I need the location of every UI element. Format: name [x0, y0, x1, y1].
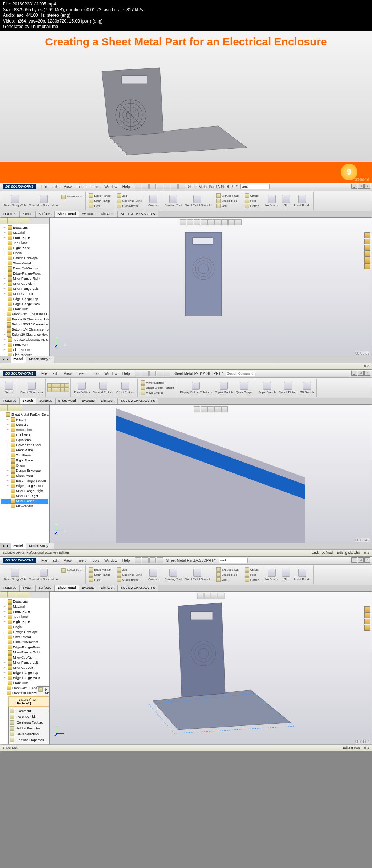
sheet-gusset-button[interactable]: Sheet Metal Gusset [183, 194, 211, 208]
qat-save-icon[interactable] [149, 371, 156, 376]
feature-context-menu[interactable]: Feature (Flat-Pattern2) Comment▸Parent/C… [8, 696, 50, 744]
search-input[interactable] [226, 371, 255, 376]
cmdtab-solidworks-add-ins[interactable]: SOLIDWORKS Add-Ins [118, 398, 158, 404]
cmdtab-features[interactable]: Features [0, 398, 20, 404]
zoom-fit-icon[interactable] [197, 593, 204, 599]
simple-hole-button[interactable]: Simple Hole [215, 572, 240, 577]
repair-sketch-button[interactable]: Repair Sketch [213, 381, 234, 395]
qat-open-icon[interactable] [142, 184, 149, 189]
cmdtab-surfaces[interactable]: Surfaces [36, 585, 55, 591]
point-icon[interactable] [65, 388, 69, 392]
text-icon[interactable] [60, 388, 65, 392]
tree-tabs[interactable] [0, 405, 49, 411]
feature-tree-3[interactable]: +Equations+Material +Front Plane+Top Pla… [0, 592, 50, 744]
ctx-feature-properties---[interactable]: Feature Properties... [9, 737, 50, 743]
ctx-comment[interactable]: Comment▸ [9, 708, 50, 714]
tree-item[interactable]: +Base-Cut-Bottom [1, 640, 48, 645]
no-bends-button[interactable]: No Bends [264, 568, 279, 581]
tree-item[interactable]: +Material [1, 230, 48, 235]
tree-item[interactable]: +Bottom 5/3/16 Clearance Hole [1, 322, 48, 327]
tree-tab-config-icon[interactable] [15, 218, 22, 224]
cmdtab-evaluate[interactable]: Evaluate [79, 211, 98, 217]
tree-item[interactable]: +Design Envelope [1, 468, 48, 473]
forming-tool-button[interactable]: Forming Tool [163, 194, 183, 208]
lofted-bend-button[interactable]: Lofted-Bend [60, 194, 84, 199]
qat-rebuild-icon[interactable] [157, 557, 163, 563]
qat-undo-icon[interactable] [164, 184, 170, 189]
jog-button[interactable]: Jog [116, 193, 143, 198]
qat-options-icon[interactable] [178, 184, 185, 189]
offset-button[interactable]: Offset Entities [115, 381, 136, 395]
zoom-area-icon[interactable] [204, 593, 211, 599]
quick-snaps-button[interactable]: Quick Snaps [234, 381, 254, 395]
qat-rebuild-icon[interactable] [157, 371, 163, 376]
tree-item[interactable]: +Top Plane [1, 614, 48, 619]
minimize-button[interactable]: _ [351, 557, 357, 563]
linear-pattern-button[interactable]: Linear Sketch Pattern [139, 385, 175, 390]
tree-tab-config-icon[interactable] [15, 592, 22, 597]
tree-tab-display-icon[interactable] [22, 592, 29, 597]
qat-new-icon[interactable] [135, 557, 141, 563]
tree-item[interactable]: +Miter-Cut-Right [1, 281, 48, 286]
main-menu[interactable]: FileEditViewInsertToolsWindowHelp [39, 184, 132, 189]
tab-nav[interactable]: ◄ ► [0, 356, 11, 363]
resources-icon[interactable] [364, 606, 370, 612]
forming-tool-button[interactable]: Forming Tool [163, 568, 183, 581]
bottab-motion-study-1[interactable]: Motion Study 1 [26, 356, 54, 363]
tree-item[interactable]: +Miter-Cut-Left [1, 291, 48, 296]
quick-access-toolbar[interactable] [135, 184, 185, 189]
qat-open-icon[interactable] [142, 557, 149, 563]
menu-tools[interactable]: Tools [89, 558, 101, 563]
tree-tab-feature-icon[interactable] [0, 218, 8, 224]
scene-icon[interactable] [235, 219, 242, 225]
hem-button[interactable]: Hem [87, 203, 112, 208]
cmdtab-evaluate[interactable]: Evaluate [79, 585, 98, 591]
main-menu[interactable]: FileEditViewInsertToolsWindowHelp [39, 371, 132, 376]
tree-item[interactable]: +Miter-Flange-Right [1, 488, 48, 493]
fold-button[interactable]: Fold [243, 198, 260, 203]
tree-item[interactable]: +Right Plane [1, 245, 48, 251]
zoom-area-icon[interactable] [187, 219, 193, 225]
zoom-fit-icon[interactable] [180, 219, 186, 225]
appearance-icon[interactable] [228, 219, 235, 225]
tree-item[interactable]: +Front Cuts [1, 680, 48, 685]
qat-new-icon[interactable] [135, 371, 141, 376]
convert-entities-button[interactable]: Convert Entities [92, 381, 115, 395]
view-orient-icon[interactable] [207, 406, 214, 412]
minimize-button[interactable]: _ [351, 371, 357, 376]
menu-help[interactable]: Help [120, 184, 132, 189]
menu-tools[interactable]: Tools [89, 184, 101, 189]
search-input[interactable] [219, 558, 248, 563]
tree-item[interactable]: +Edge-Flange-Front [1, 645, 48, 650]
flyout-body-1[interactable]: t-Metal16 [37, 687, 50, 696]
bottab-motion-study-1[interactable]: Motion Study 1 [26, 543, 54, 549]
tree-item[interactable]: +Miter-Cut-Right [1, 655, 48, 660]
cmdtab-features[interactable]: Features [0, 211, 20, 217]
tree-item[interactable]: +Galvanized Steel [1, 443, 48, 448]
qat-options-icon[interactable] [164, 371, 170, 376]
menu-view[interactable]: View [61, 371, 74, 376]
menu-edit[interactable]: Edit [50, 371, 61, 376]
cmdtab-features[interactable]: Features [0, 585, 20, 591]
qat-save-icon[interactable] [149, 184, 156, 189]
maximize-button[interactable]: □ [358, 371, 364, 376]
tree-item[interactable]: +Side #10 Clearance Hole [1, 332, 48, 337]
tree-item[interactable]: +Top #10 Clearance Hole [1, 337, 48, 342]
tree-item[interactable]: +Annotations [1, 427, 48, 432]
bottab-model[interactable]: Model [11, 356, 26, 363]
maximize-button[interactable]: □ [358, 184, 364, 189]
arc-icon[interactable] [60, 383, 65, 388]
corners-button[interactable]: Corners [147, 568, 160, 581]
tree-item[interactable]: +Equations [1, 437, 48, 443]
menu-window[interactable]: Window [102, 371, 120, 376]
tree-item[interactable]: +Sheet-Metal [1, 635, 48, 640]
tree-item[interactable]: +Bottom 1/4 Clearance Hole [1, 327, 48, 332]
mirror-button[interactable]: Mirror Entities [139, 380, 175, 385]
close-button[interactable]: × [364, 557, 370, 563]
tree-item[interactable]: +Miter-Cut-Right [1, 493, 48, 499]
qat-save-icon[interactable] [149, 557, 156, 563]
convert-sheetmetal-button[interactable]: Convert to Sheet Metal [27, 568, 60, 581]
tree-item[interactable]: +Top Plane [1, 240, 48, 245]
tree-tabs[interactable] [0, 592, 49, 598]
tree-item[interactable]: +Material [1, 604, 48, 609]
